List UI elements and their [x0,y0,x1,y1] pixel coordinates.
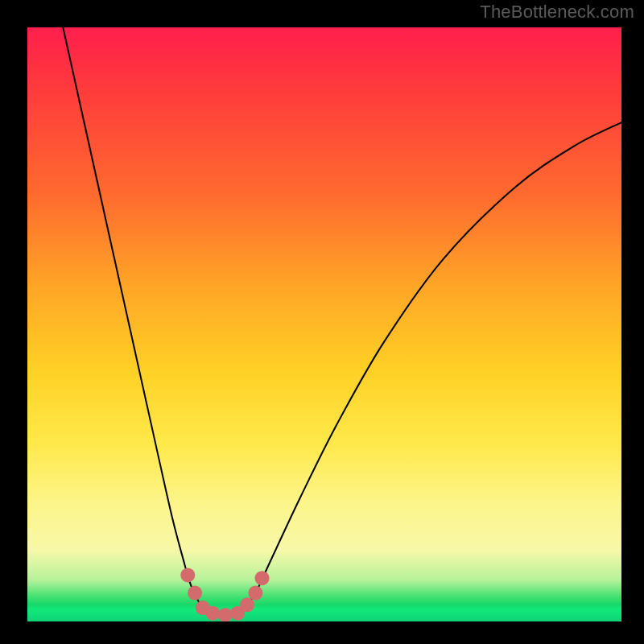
curve-marker [218,608,233,621]
curve-marker [248,586,262,601]
curve-marker [205,606,220,621]
curve-marker [188,586,202,601]
curve-marker [255,571,270,585]
marker-group [180,568,269,621]
watermark-label: TheBottleneck.com [480,2,634,23]
curve-marker [180,568,195,582]
curve-marker [240,597,254,612]
chart-markers-layer [27,27,621,621]
chart-container: TheBottleneck.com [0,0,644,644]
